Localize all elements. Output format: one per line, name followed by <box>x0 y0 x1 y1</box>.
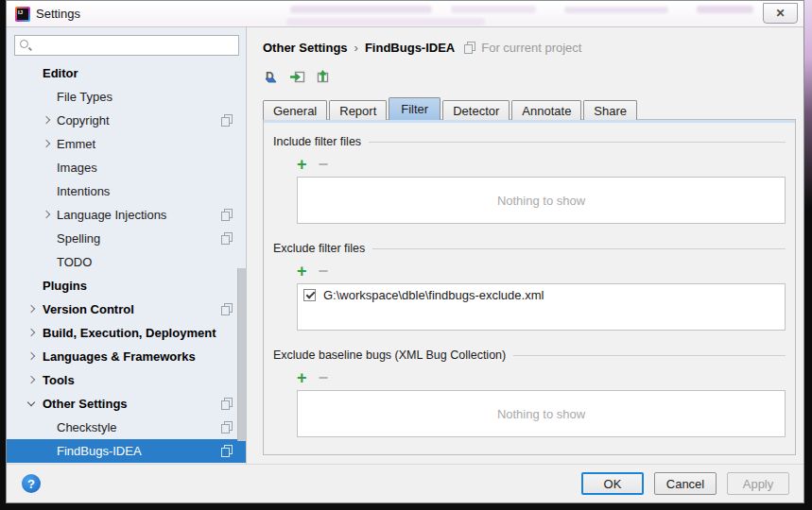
add-button[interactable]: + <box>297 157 307 172</box>
dialog-footer: ? OK Cancel Apply <box>7 464 803 502</box>
settings-content-panel: Other Settings › FindBugs-IDEA For curre… <box>247 27 803 464</box>
background-window-glimpse <box>286 18 485 26</box>
copy-settings-icon <box>464 42 475 54</box>
breadcrumb-current[interactable]: FindBugs-IDEA <box>365 41 455 55</box>
search-icon <box>20 40 28 48</box>
chevron-right-icon <box>27 352 35 360</box>
exclude-filter-files-section: Exclude filter files + − G:\workspace\db… <box>273 241 786 331</box>
list-item[interactable]: G:\workspace\dble\findbugs-exclude.xml <box>298 284 785 306</box>
chevron-right-icon <box>27 305 35 313</box>
list-toolbar: + − <box>297 263 786 280</box>
window-frame-edge <box>804 0 812 208</box>
search-box <box>14 35 239 56</box>
title-bar[interactable]: IJ Settings ✕ <box>7 1 803 27</box>
exclude-filter-files-list[interactable]: G:\workspace\dble\findbugs-exclude.xml <box>297 283 786 331</box>
section-title: Exclude baseline bugs (XML Bug Collectio… <box>273 348 786 363</box>
background-window-glimpse <box>564 7 668 13</box>
plugin-toolbar: D <box>263 68 796 85</box>
filter-tab-panel: Include filter files + − Nothing to show… <box>263 119 796 455</box>
include-filter-files-list[interactable]: Nothing to show <box>297 177 786 224</box>
tab-annotate[interactable]: Annotate <box>511 100 581 120</box>
sidebar-item-editor[interactable]: Editor <box>7 61 246 85</box>
sidebar-item-version-control[interactable]: Version Control <box>7 298 246 321</box>
tab-general[interactable]: General <box>263 100 327 120</box>
sidebar-item-findbugs-idea[interactable]: FindBugs-IDEA <box>7 439 246 463</box>
desktop-background: IJ Settings ✕ Editor File Types <box>0 0 812 510</box>
empty-list-message: Nothing to show <box>298 407 785 421</box>
background-window-glimpse <box>451 6 536 13</box>
chevron-right-icon <box>27 376 35 383</box>
chevron-right-icon <box>43 116 50 124</box>
cancel-button[interactable]: Cancel <box>654 472 717 495</box>
sidebar-item-checkstyle[interactable]: Checkstyle <box>7 416 246 439</box>
sidebar-item-plugins[interactable]: Plugins <box>7 274 246 298</box>
chevron-right-icon <box>27 329 35 336</box>
export-settings-icon[interactable] <box>314 69 331 85</box>
breadcrumb: Other Settings › FindBugs-IDEA For curre… <box>263 39 796 56</box>
chevron-down-icon <box>27 399 35 406</box>
sidebar-item-languages-frameworks[interactable]: Languages & Frameworks <box>7 345 246 368</box>
sidebar-item-emmet[interactable]: Emmet <box>7 132 246 156</box>
settings-dialog: IJ Settings ✕ Editor File Types <box>6 0 804 503</box>
sidebar-item-intentions[interactable]: Intentions <box>7 179 246 203</box>
tab-report[interactable]: Report <box>329 100 387 120</box>
sidebar-item-tools[interactable]: Tools <box>7 368 246 392</box>
section-title: Exclude filter files <box>273 241 786 256</box>
import-settings-icon[interactable] <box>288 69 305 85</box>
chevron-right-icon <box>43 211 50 218</box>
sidebar-scrollbar-thumb[interactable] <box>237 268 246 441</box>
sidebar-item-other-settings[interactable]: Other Settings <box>7 392 246 416</box>
remove-button[interactable]: − <box>319 157 329 172</box>
close-button[interactable]: ✕ <box>763 3 798 24</box>
tab-filter[interactable]: Filter <box>389 97 441 120</box>
breadcrumb-separator-icon: › <box>354 41 358 55</box>
exclude-baseline-bugs-section: Exclude baseline bugs (XML Bug Collectio… <box>273 348 786 437</box>
filter-file-path: G:\workspace\dble\findbugs-exclude.xml <box>323 288 544 302</box>
copy-settings-icon <box>221 445 233 457</box>
empty-list-message: Nothing to show <box>298 194 785 208</box>
breadcrumb-parent[interactable]: Other Settings <box>263 41 348 55</box>
context-label: For current project <box>481 41 581 55</box>
add-button[interactable]: + <box>297 370 307 385</box>
tab-share[interactable]: Share <box>583 100 637 120</box>
filter-tabs: General Report Filter Detector Annotate … <box>263 97 796 120</box>
list-toolbar: + − <box>297 369 786 386</box>
copy-settings-icon <box>221 209 233 221</box>
sidebar-item-language-injections[interactable]: Language Injections <box>7 203 246 227</box>
settings-tree: Editor File Types Copyright Emmet <box>7 61 246 463</box>
exclude-baseline-bugs-list[interactable]: Nothing to show <box>297 390 786 437</box>
remove-button[interactable]: − <box>319 264 329 279</box>
sidebar-item-images[interactable]: Images <box>7 156 246 179</box>
remove-button[interactable]: − <box>319 370 329 385</box>
background-window-glimpse <box>697 6 753 13</box>
copy-settings-icon <box>221 114 233 127</box>
copy-settings-icon <box>221 232 233 245</box>
checkbox-checked[interactable] <box>303 289 316 301</box>
chevron-right-icon <box>43 140 50 147</box>
help-button[interactable]: ? <box>22 474 41 493</box>
search-input[interactable] <box>36 36 236 55</box>
ok-button[interactable]: OK <box>581 472 644 495</box>
tab-detector[interactable]: Detector <box>442 100 510 120</box>
apply-button[interactable]: Apply <box>727 472 789 495</box>
include-filter-files-section: Include filter files + − Nothing to show <box>273 134 786 224</box>
copy-settings-icon <box>221 303 233 315</box>
settings-sidebar: Editor File Types Copyright Emmet <box>7 27 247 464</box>
sidebar-item-build-execution-deployment[interactable]: Build, Execution, Deployment <box>7 321 246 345</box>
intellij-logo-icon: IJ <box>15 7 30 22</box>
sidebar-item-copyright[interactable]: Copyright <box>7 109 246 132</box>
background-window-glimpse <box>290 6 432 13</box>
tab-panel-highlight <box>264 120 795 123</box>
sidebar-item-spelling[interactable]: Spelling <box>7 227 246 250</box>
list-toolbar: + − <box>297 156 786 173</box>
reset-defaults-icon[interactable]: D <box>263 69 280 85</box>
sidebar-item-file-types[interactable]: File Types <box>7 85 246 109</box>
add-button[interactable]: + <box>297 264 307 279</box>
copy-settings-icon <box>221 398 233 410</box>
window-title: Settings <box>36 7 80 21</box>
sidebar-item-todo[interactable]: TODO <box>7 250 246 274</box>
section-title: Include filter files <box>273 134 786 149</box>
copy-settings-icon <box>221 421 233 434</box>
